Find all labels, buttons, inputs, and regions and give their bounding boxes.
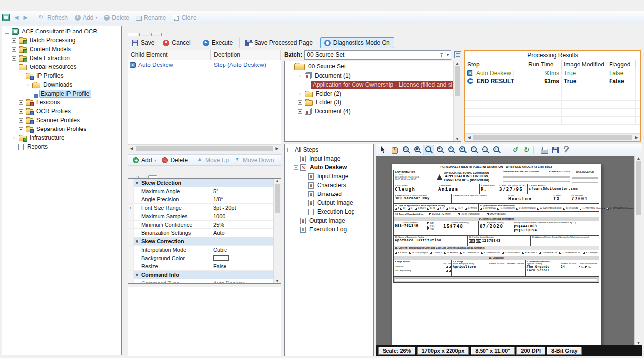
scroll-down-icon[interactable]: ▼ <box>274 279 281 283</box>
scroll-left-icon[interactable]: ◀ <box>128 146 135 151</box>
row-expander-icon[interactable] <box>128 179 134 187</box>
step-tree-item[interactable]: Input Image <box>285 172 373 181</box>
property-row[interactable]: ∨ Skew Detection <box>128 179 281 187</box>
row-expander-icon[interactable] <box>128 221 134 228</box>
tree-item[interactable]: Reports <box>2 142 121 151</box>
property-row[interactable]: › Font Size Range 3pt - 20pt <box>128 204 281 212</box>
category-chevron-icon[interactable] <box>134 279 140 284</box>
tree-item[interactable]: + Batch Processing <box>2 36 121 45</box>
horizontal-scrollbar[interactable]: ◀ ▶ <box>128 144 281 152</box>
category-chevron-icon[interactable] <box>134 212 140 220</box>
separator[interactable] <box>533 146 537 154</box>
category-chevron-icon[interactable] <box>134 262 140 270</box>
step-tree-item[interactable]: Execution Log <box>285 207 373 216</box>
scrollbar-thumb[interactable] <box>275 184 280 213</box>
document-viewer[interactable]: PERSONALLY IDENTIFIABLE INFORMATION - WI… <box>376 156 642 345</box>
forward-button[interactable]: ▶ <box>21 14 30 21</box>
property-row[interactable]: Background Color <box>128 254 281 262</box>
print-icon[interactable] <box>539 145 550 155</box>
column-header[interactable]: Decription <box>211 50 281 60</box>
horizontal-scrollbar[interactable]: ◀ ▶ <box>465 133 640 141</box>
results-row[interactable]: Auto Deskew 93ms True False <box>465 69 640 77</box>
scroll-right-icon[interactable]: ▶ <box>273 146 281 151</box>
cancel-button[interactable]: Cancel <box>159 37 194 48</box>
expander-icon[interactable]: + <box>19 100 23 105</box>
expander-icon[interactable]: + <box>298 100 302 105</box>
magnifier-tool-icon[interactable] <box>423 145 434 155</box>
tab-ip-profile[interactable] <box>128 33 138 36</box>
row-expander-icon[interactable] <box>128 212 134 220</box>
property-row[interactable]: Minimum Confidence 25% <box>128 221 281 229</box>
expander-icon[interactable]: - <box>287 148 291 152</box>
step-tree-item[interactable]: Binarized <box>285 190 373 198</box>
property-row[interactable]: Maximum Samples 1000 <box>128 212 281 221</box>
tab-advanced[interactable] <box>151 33 162 36</box>
menu-edit[interactable] <box>11 5 19 7</box>
vertical-scrollbar[interactable]: ▲ ▼ <box>273 179 281 283</box>
scrollbar-thumb[interactable] <box>473 135 632 140</box>
save-processed-page-button[interactable]: Save Processed Page <box>239 37 317 48</box>
step-tree-item[interactable]: Output Image <box>285 216 373 225</box>
save-button[interactable]: Save <box>128 37 159 48</box>
fit-height-icon[interactable]: ↕ <box>491 145 502 155</box>
expander-icon[interactable]: + <box>12 56 16 61</box>
step-tree-item[interactable]: - Auto Deskew <box>285 163 373 172</box>
batch-tree-item[interactable]: + Document (1) <box>285 71 461 80</box>
scroll-up-icon[interactable]: ▲ <box>635 156 642 161</box>
fit-width-icon[interactable]: ↔ <box>480 145 491 155</box>
tree-item[interactable]: + Separation Profiles <box>2 125 121 133</box>
row-expander-icon[interactable] <box>128 262 134 270</box>
expander-icon[interactable]: + <box>12 38 16 43</box>
property-row[interactable]: Binarization Settings Auto <box>128 229 281 237</box>
chevron-down-icon[interactable]: ▾ <box>447 53 449 57</box>
fit-page-icon[interactable]: ▫ <box>468 145 480 155</box>
scrollbar-thumb[interactable] <box>636 161 641 215</box>
row-expander-icon[interactable] <box>128 195 134 203</box>
scroll-left-icon[interactable]: ◀ <box>465 135 473 140</box>
category-chevron-icon[interactable] <box>134 254 140 262</box>
results-column-header[interactable]: Step <box>465 60 526 69</box>
expander-icon[interactable]: - <box>19 74 23 78</box>
batch-tree-item[interactable]: + Folder (3) <box>285 98 461 107</box>
scrollbar-thumb[interactable] <box>136 146 273 151</box>
tree-item[interactable]: + Lexicons <box>2 98 121 107</box>
batch-tree-item[interactable]: + Folder (2) <box>285 89 461 98</box>
category-chevron-icon[interactable] <box>134 246 140 254</box>
menu-tools[interactable] <box>19 5 27 7</box>
add-button[interactable]: Add ▾ <box>71 13 100 22</box>
scroll-down-icon[interactable]: ▼ <box>454 137 461 141</box>
batch-tree-item[interactable]: + Document (4) <box>285 107 461 116</box>
zoom-actual-size-icon[interactable]: ● <box>457 145 468 155</box>
expander-icon[interactable]: + <box>19 118 23 123</box>
property-row[interactable]: Command Type Auto Deskew <box>128 279 281 284</box>
tree-item[interactable]: + Infrastructure <box>2 133 121 142</box>
expander-icon[interactable]: - <box>12 65 16 69</box>
zoom-window-icon[interactable]: □ <box>400 145 412 155</box>
menu-help[interactable] <box>27 5 35 7</box>
tree-item[interactable]: + OCR Profiles <box>2 107 121 116</box>
expander-icon[interactable]: + <box>12 47 16 52</box>
tree-item[interactable]: - IP Profiles <box>2 71 121 80</box>
tree-item[interactable]: - ACE Consultant IP and OCR <box>2 27 121 36</box>
expander-icon[interactable]: + <box>19 127 23 131</box>
refresh-button[interactable]: Refresh <box>34 13 71 22</box>
vertical-scrollbar[interactable]: ▲ ▼ <box>634 156 642 345</box>
step-tree-item[interactable]: Output Image <box>285 198 373 207</box>
results-column-header[interactable]: Run Time <box>526 60 562 69</box>
pointer-tool-icon[interactable] <box>378 145 389 155</box>
expander-icon[interactable]: + <box>298 92 302 96</box>
tree-item[interactable]: - Global Resources <box>2 63 121 71</box>
expander-icon[interactable]: - <box>294 165 298 170</box>
batch-log-icon[interactable] <box>454 51 461 58</box>
row-expander-icon[interactable] <box>128 187 134 195</box>
rename-button[interactable]: Rename <box>132 13 169 22</box>
property-row[interactable]: ∨ Command Info <box>128 271 281 279</box>
expander-icon[interactable]: - <box>5 30 9 34</box>
diagnostics-mode-toggle[interactable]: Diagnostics Mode On <box>320 37 394 48</box>
tree-item[interactable]: + Data Extraction <box>2 54 121 63</box>
clone-button[interactable]: Clone <box>169 13 200 22</box>
category-chevron-icon[interactable] <box>134 204 140 212</box>
category-chevron-icon[interactable] <box>134 195 140 203</box>
menu-file[interactable] <box>3 5 11 7</box>
filter-icon[interactable] <box>440 52 445 57</box>
